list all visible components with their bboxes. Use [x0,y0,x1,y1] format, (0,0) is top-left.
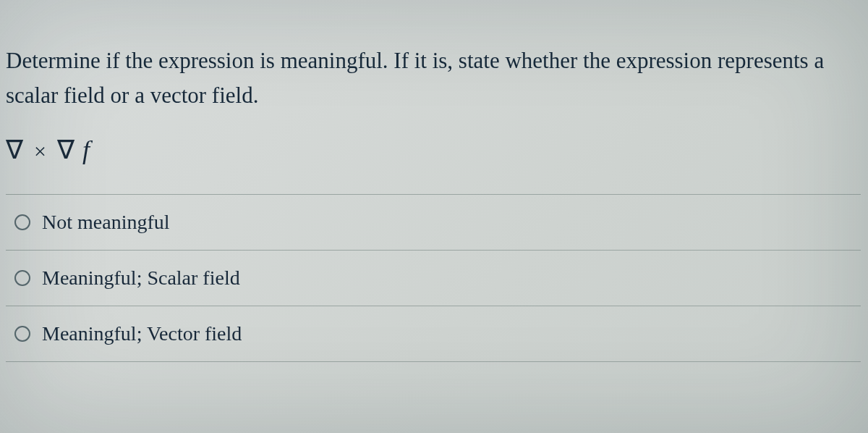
option-label: Meaningful; Vector field [42,322,242,345]
option-meaningful-vector[interactable]: Meaningful; Vector field [6,306,861,362]
option-label: Not meaningful [42,211,170,234]
math-expression: ∇ × ∇ f [6,135,861,165]
option-label: Meaningful; Scalar field [42,266,240,290]
question-prompt: Determine if the expression is meaningfu… [6,43,861,113]
option-meaningful-scalar[interactable]: Meaningful; Scalar field [6,250,861,306]
nabla-symbol-1: ∇ [6,135,24,164]
nabla-symbol-2: ∇ [57,135,75,164]
option-not-meaningful[interactable]: Not meaningful [6,194,861,250]
radio-icon[interactable] [14,326,30,342]
function-f: f [82,135,90,164]
radio-icon[interactable] [14,214,30,230]
options-list: Not meaningful Meaningful; Scalar field … [6,194,861,362]
cross-symbol: × [34,139,47,163]
radio-icon[interactable] [14,270,30,286]
